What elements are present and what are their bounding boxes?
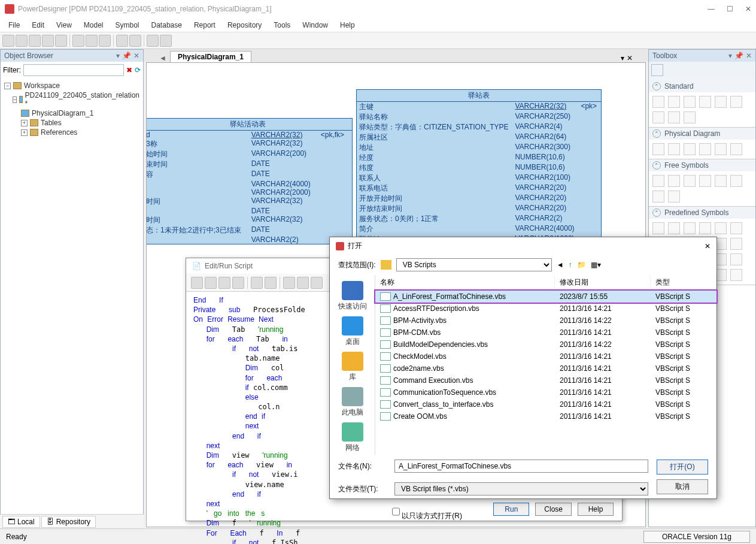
menu-help[interactable]: Help	[334, 20, 361, 31]
line-icon[interactable]	[684, 175, 696, 187]
close-panel-icon[interactable]: ✕	[746, 52, 752, 60]
tb-new[interactable]	[2, 35, 14, 47]
collapse-icon[interactable]: ⌃	[652, 208, 661, 217]
tb-print[interactable]	[55, 35, 67, 47]
viewmode-icon[interactable]: ▦▾	[591, 261, 601, 269]
menu-tools[interactable]: Tools	[268, 20, 296, 31]
collapse-icon[interactable]: ⌃	[652, 82, 661, 90]
file-row[interactable]: code2name.vbs2011/3/16 14:21VBScript S	[375, 362, 716, 374]
toolbox-section-free[interactable]: Free Symbols	[664, 161, 709, 170]
tb-prop[interactable]	[160, 35, 172, 47]
back-icon[interactable]: ◄	[557, 261, 564, 269]
tab-menu-icon[interactable]: ▾	[621, 54, 624, 62]
file-row[interactable]: BPM-CDM.vbs2011/3/16 14:21VBScript S	[375, 327, 716, 339]
filter-input[interactable]	[23, 64, 124, 76]
open-icon[interactable]	[730, 96, 742, 108]
file-row[interactable]: Convert_class_to_interface.vbs2011/3/16 …	[375, 398, 716, 410]
maximize-button[interactable]: ☐	[727, 5, 733, 13]
tab-repository[interactable]: 🗄Repository	[41, 516, 96, 528]
sw-cut[interactable]	[283, 277, 295, 289]
readonly-checkbox[interactable]	[392, 505, 400, 518]
roundrect-icon[interactable]	[730, 175, 742, 187]
shape-icon[interactable]	[730, 222, 742, 234]
procedure-icon[interactable]	[699, 143, 711, 155]
ellipse-icon[interactable]	[715, 175, 727, 187]
col-type[interactable]: 类型	[651, 275, 716, 290]
dialog-close-icon[interactable]: ✕	[705, 242, 711, 250]
collapse-icon[interactable]: ⌃	[652, 129, 661, 138]
shape-icon[interactable]	[652, 222, 664, 234]
expander-icon[interactable]: −	[4, 83, 11, 89]
pointer-icon[interactable]	[652, 96, 664, 108]
cancel-button[interactable]: 取消	[657, 479, 708, 494]
tb-paste[interactable]	[99, 35, 111, 47]
tab-prev-icon[interactable]: ◄	[156, 54, 170, 62]
pin-icon[interactable]: 📌	[122, 52, 131, 60]
tb-cut[interactable]	[72, 35, 84, 47]
diagram-tab[interactable]: PhysicalDiagram_1	[170, 51, 251, 62]
expander-icon[interactable]: +	[21, 129, 28, 136]
menu-report[interactable]: Report	[188, 20, 221, 31]
file-list[interactable]: 名称 修改日期 类型 A_LinForest_FormatToChinese.v…	[375, 275, 716, 455]
sw-saveas[interactable]	[232, 277, 244, 289]
polyline-icon[interactable]	[652, 191, 664, 203]
zoom-out-icon[interactable]	[699, 96, 711, 108]
filename-input[interactable]	[394, 460, 648, 473]
place-quickaccess[interactable]: 快速访问	[338, 281, 367, 312]
close-button[interactable]: ✕	[745, 5, 751, 13]
filetype-select[interactable]: VB Script files (*.vbs)	[394, 482, 648, 495]
file-row[interactable]: BPM-Activity.vbs2011/3/16 14:22VBScript …	[375, 315, 716, 327]
shape-icon[interactable]	[730, 238, 742, 250]
up-icon[interactable]: ↑	[569, 261, 572, 269]
dropdown-icon[interactable]: ▾	[116, 52, 120, 60]
shape-icon[interactable]	[730, 269, 742, 281]
sw-find[interactable]	[265, 277, 277, 289]
file-row[interactable]: CheckModel.vbs2011/3/16 14:21VBScript S	[375, 350, 716, 362]
file-icon[interactable]	[730, 143, 742, 155]
shape-icon[interactable]	[668, 222, 680, 234]
tree-model[interactable]: PD241109_220405_station_relation *	[25, 91, 140, 108]
menu-model[interactable]: Model	[78, 20, 110, 31]
menu-file[interactable]: File	[2, 20, 26, 31]
toolbox-section-predefined[interactable]: Predefined Symbols	[664, 208, 728, 217]
menu-view[interactable]: View	[50, 20, 78, 31]
shape-icon[interactable]	[699, 222, 711, 234]
tb-open[interactable]	[16, 35, 28, 47]
place-thispc[interactable]: 此电脑	[342, 387, 363, 418]
toolbox-section-physical[interactable]: Physical Diagram	[664, 129, 720, 138]
tb-copy[interactable]	[86, 35, 98, 47]
paste-icon[interactable]	[684, 111, 696, 123]
tab-close-icon[interactable]: ✕	[627, 54, 633, 62]
tb-find[interactable]	[147, 35, 159, 47]
file-row[interactable]: CommunicationToSequence.vbs2011/3/16 14:…	[375, 386, 716, 398]
tab-local[interactable]: 🗔Local	[2, 516, 40, 528]
cut-icon[interactable]	[652, 111, 664, 123]
arc-icon[interactable]	[699, 175, 711, 187]
package-icon[interactable]	[715, 143, 727, 155]
sw-print[interactable]	[251, 277, 263, 289]
view-icon[interactable]	[668, 143, 680, 155]
copy-icon[interactable]	[668, 111, 680, 123]
toolbox-section-standard[interactable]: Standard	[664, 82, 694, 90]
menu-edit[interactable]: Edit	[26, 20, 50, 31]
tb-saveall[interactable]	[42, 35, 54, 47]
view-mode-icon[interactable]	[651, 64, 663, 76]
pin-icon[interactable]: 📌	[734, 52, 743, 60]
menu-window[interactable]: Window	[296, 20, 334, 31]
lookin-select[interactable]: VB Scripts	[396, 258, 552, 271]
col-name[interactable]: 名称	[375, 275, 555, 290]
file-row[interactable]: AccessRTFDescription.vbs2011/3/16 14:21V…	[375, 303, 716, 315]
text-icon[interactable]	[668, 175, 680, 187]
close-panel-icon[interactable]: ✕	[133, 52, 139, 60]
file-row[interactable]: A_LinForest_FormatToChinese.vbs2023/8/7 …	[375, 291, 716, 303]
open-button[interactable]: 打开(O)	[657, 460, 708, 475]
col-date[interactable]: 修改日期	[555, 275, 651, 290]
sw-new[interactable]	[191, 277, 203, 289]
sw-save[interactable]	[218, 277, 230, 289]
shape-icon[interactable]	[684, 222, 696, 234]
clear-filter-icon[interactable]: ✖	[126, 66, 132, 74]
tree-diagram[interactable]: PhysicalDiagram_1	[32, 109, 93, 117]
browser-tree[interactable]: −Workspace −PD241109_220405_station_rela…	[1, 78, 143, 140]
sw-copy[interactable]	[297, 277, 309, 289]
collapse-icon[interactable]: ⌃	[652, 161, 661, 170]
